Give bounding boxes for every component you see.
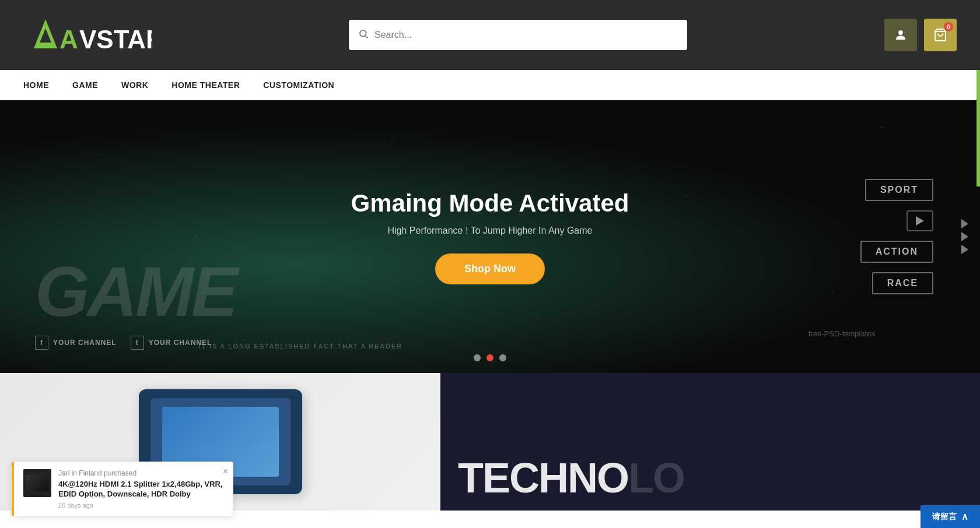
svg-point-4 [360,30,366,37]
search-input[interactable] [374,30,678,40]
notification-product: 4K@120Hz HDMI 2.1 Splitter 1x2,48Gbp, VR… [58,480,223,499]
twitter-icon: t [131,336,144,350]
hero-arrows [961,216,968,258]
play-icon [916,216,924,226]
svg-point-6 [898,30,903,35]
main-nav: HOME GAME WORK HOME THEATER CUSTOMIZATIO… [0,70,980,100]
scroll-accent-bar [977,70,980,186]
site-header: A VSTAR 0 [0,0,980,70]
nav-item-work[interactable]: WORK [121,78,148,92]
cart-count-badge: 0 [944,22,953,31]
hero-subtitle: High Performance ! To Jump Higher In Any… [351,226,629,236]
hero-social: f YOUR CHANNEL t YOUR CHANNEL [35,336,212,350]
shop-now-button[interactable]: Shop Now [435,254,545,284]
arrow-right-icon-2 [961,232,968,241]
svg-text:A: A [60,25,78,54]
facebook-label: YOUR CHANNEL [53,339,117,347]
facebook-icon: f [35,336,48,350]
purchase-notification: Jari in Finland purchased 4K@120Hz HDMI … [12,462,233,511]
notification-close-button[interactable]: × [223,467,228,476]
hero-slide-dots [474,354,506,361]
account-button[interactable] [884,19,917,51]
notification-product-image [23,469,51,497]
hero-bg-text: GAME [35,256,236,326]
category-race[interactable]: RACE [872,272,933,294]
header-actions: 0 [884,19,957,51]
search-bar[interactable] [349,20,687,50]
category-action[interactable]: ACTION [860,241,933,263]
svg-text:VSTAR: VSTAR [79,25,152,54]
svg-line-5 [365,36,368,38]
hero-title: Gmaing Mode Activated [351,189,629,217]
nav-item-home[interactable]: HOME [23,78,49,92]
facebook-social[interactable]: f YOUR CHANNEL [35,336,117,350]
live-chat-button[interactable]: 请留言 ∧ [921,505,980,511]
nav-item-customization[interactable]: CUSTOMIZATION [263,78,334,92]
user-icon [894,28,908,42]
slide-dot-3[interactable] [499,354,506,361]
hero-categories: SPORT ACTION RACE [860,179,933,294]
category-sport[interactable]: SPORT [865,179,933,201]
notification-user: Jari in Finland purchased [58,469,223,477]
logo[interactable]: A VSTAR [23,15,152,55]
arrow-right-icon-3 [961,245,968,254]
hero-banner: GAME Gmaing Mode Activated High Performa… [0,100,980,373]
hero-content: Gmaing Mode Activated High Performance !… [351,189,629,284]
hero-tagline: IT IS A LONG ESTABLISHED FACT THAT A REA… [198,343,402,350]
product-thumbnail [26,475,49,491]
slide-dot-1[interactable] [474,354,481,361]
technology-text: Technolo [458,457,684,499]
cart-button[interactable]: 0 [924,19,957,51]
hero-watermark: free-PSD-templates [808,329,875,338]
slide-dot-2[interactable] [487,354,494,361]
nav-item-game[interactable]: GAME [72,78,98,92]
logo-svg: A VSTAR [23,15,152,55]
bottom-right-panel: Technolo [440,373,980,511]
notification-content: Jari in Finland purchased 4K@120Hz HDMI … [58,469,223,509]
nav-item-home-theater[interactable]: HOME THEATER [172,78,240,92]
search-icon [358,29,369,41]
notification-time: 26 days ago [58,502,223,509]
arrow-right-icon [961,219,968,228]
tech-text-visible: Techno [458,455,628,501]
youtube-box[interactable] [907,210,933,231]
